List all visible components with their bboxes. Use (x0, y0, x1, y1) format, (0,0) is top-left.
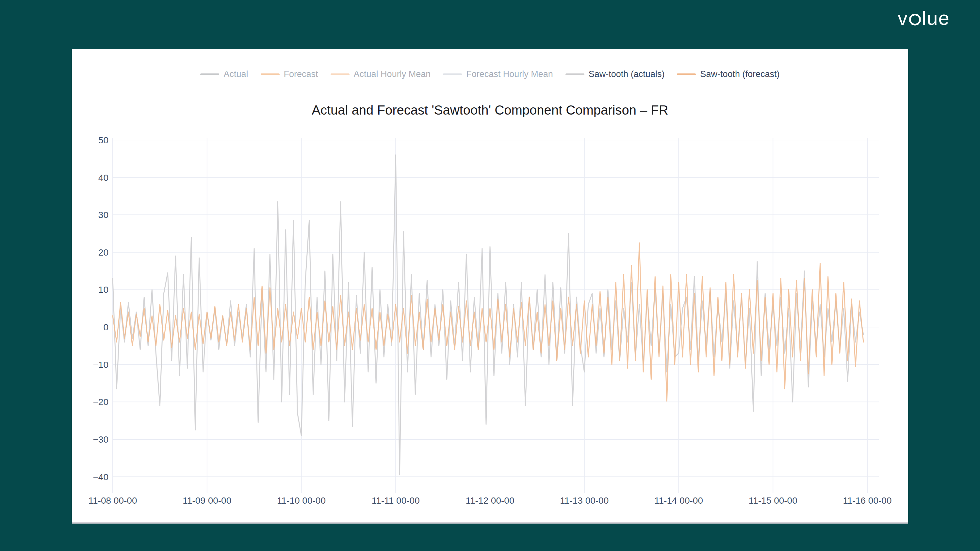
logo-text-lue: lue (922, 8, 950, 28)
card-bottom-strip (72, 522, 908, 524)
legend-label: Forecast (284, 69, 318, 79)
legend-swatch (200, 73, 219, 75)
logo-text-v: v (898, 8, 908, 28)
legend-swatch (331, 73, 350, 75)
y-axis-tick-label: −40 (93, 472, 109, 482)
legend-item-saw-tooth-actuals[interactable]: Saw-tooth (actuals) (565, 69, 665, 79)
y-axis-tick-label: −10 (93, 360, 109, 370)
y-axis-tick-label: 0 (103, 322, 108, 332)
y-axis-tick-label: 10 (98, 285, 108, 295)
plot-area[interactable]: 50403020100−10−20−30−4011-08 00-0011-09 … (72, 49, 908, 524)
x-axis-tick-labels: 11-08 00-0011-09 00-0011-10 00-0011-11 0… (89, 495, 892, 506)
x-axis-tick-label: 11-16 00-00 (843, 495, 892, 506)
y-axis-tick-label: −20 (93, 397, 109, 407)
legend-item-forecast[interactable]: Forecast (261, 69, 318, 79)
x-axis-tick-label: 11-10 00-00 (277, 495, 326, 506)
legend-item-saw-tooth-forecast[interactable]: Saw-tooth (forecast) (677, 69, 780, 79)
x-axis-tick-label: 11-08 00-00 (89, 495, 137, 506)
y-axis-tick-label: 50 (98, 135, 108, 145)
y-axis-tick-label: −30 (93, 435, 109, 445)
legend-swatch (677, 73, 696, 75)
legend-swatch (443, 73, 462, 75)
legend-item-actual-hourly-mean[interactable]: Actual Hourly Mean (331, 69, 431, 79)
legend-label: Saw-tooth (actuals) (589, 69, 665, 79)
legend-label: Actual Hourly Mean (354, 69, 431, 79)
legend-item-forecast-hourly-mean[interactable]: Forecast Hourly Mean (443, 69, 553, 79)
x-axis-tick-label: 11-11 00-00 (372, 495, 420, 506)
x-axis-tick-label: 11-14 00-00 (654, 495, 703, 506)
x-axis-tick-label: 11-13 00-00 (560, 495, 609, 506)
legend-label: Forecast Hourly Mean (466, 69, 553, 79)
legend-label: Saw-tooth (forecast) (700, 69, 780, 79)
y-axis-tick-label: 40 (98, 173, 108, 183)
x-axis-tick-label: 11-15 00-00 (749, 495, 797, 506)
x-axis-tick-label: 11-09 00-00 (183, 495, 231, 506)
legend-swatch (565, 73, 584, 75)
chart-card: 50403020100−10−20−30−4011-08 00-0011-09 … (72, 49, 908, 524)
legend-label: Actual (223, 69, 248, 79)
series-line-saw-tooth-forecast (113, 243, 863, 401)
legend-swatch (261, 73, 280, 75)
y-axis-tick-labels: 50403020100−10−20−30−40 (93, 135, 109, 482)
x-axis-tick-label: 11-12 00-00 (466, 495, 514, 506)
chart-legend: ActualForecastActual Hourly MeanForecast… (72, 69, 908, 79)
volue-logo: vlue (898, 8, 950, 28)
series-lines (113, 155, 863, 475)
y-axis-tick-label: 20 (98, 248, 108, 257)
logo-o-icon (909, 13, 921, 26)
page-background: vlue 50403020100−10−20−30−4011-08 00-001… (0, 0, 980, 551)
y-axis-tick-label: 30 (98, 210, 108, 220)
chart-title: Actual and Forecast 'Sawtooth' Component… (113, 103, 867, 118)
legend-item-actual[interactable]: Actual (200, 69, 248, 79)
